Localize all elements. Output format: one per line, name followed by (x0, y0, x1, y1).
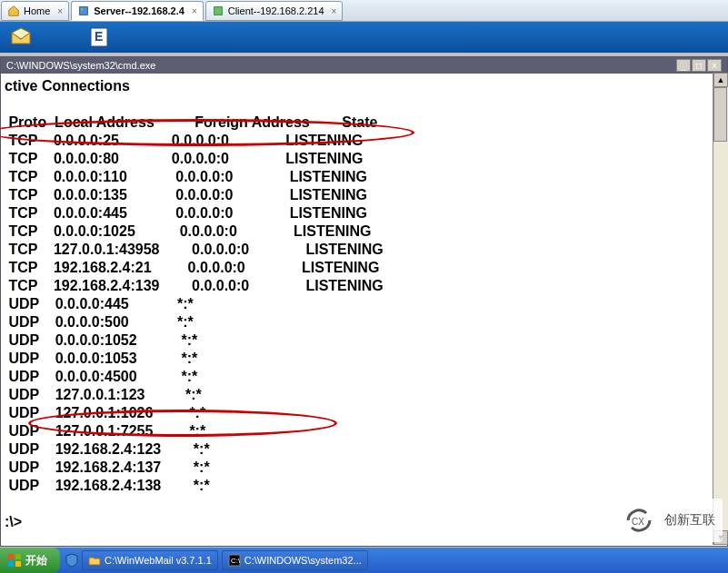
table-row: UDP 0.0.0.0:1052 *:* (5, 331, 727, 350)
svg-text:C:\: C:\ (231, 557, 241, 565)
close-icon[interactable]: × (332, 6, 337, 16)
tab-bar: Home × Server--192.168.2.4 × Client--192… (0, 0, 728, 22)
task-label: C:\WinWebMail v3.7.1.1 (105, 555, 212, 566)
window-title: C:\WINDOWS\system32\cmd.exe (6, 60, 155, 71)
editor-icon[interactable]: E (87, 25, 111, 49)
table-row: TCP 0.0.0.0:25 0.0.0.0:0 LISTENING (5, 132, 727, 150)
tab-home[interactable]: Home × (1, 1, 69, 21)
start-label: 开始 (25, 553, 47, 568)
table-row: UDP 0.0.0.0:500 *:* (5, 313, 727, 331)
svg-text:E: E (95, 29, 103, 44)
tab-server[interactable]: Server--192.168.2.4 × (71, 1, 204, 21)
table-row: UDP 127.0.0.1:1026 *:* (5, 404, 727, 422)
cmd-window: C:\WINDOWS\system32\cmd.exe _ □ × ctive … (0, 56, 728, 547)
task-label: C:\WINDOWS\system32... (244, 555, 362, 566)
table-row: TCP 192.168.2.4:21 0.0.0.0:0 LISTENING (5, 259, 727, 277)
console-header: ctive Connections (5, 77, 727, 95)
server-icon (77, 5, 90, 17)
table-row: UDP 192.168.2.4:137 *:* (5, 459, 727, 477)
task-item[interactable]: C:\WinWebMail v3.7.1.1 (82, 550, 218, 570)
table-row: UDP 0.0.0.0:445 *:* (5, 295, 727, 313)
svg-rect-2 (214, 7, 222, 15)
table-row: TCP 192.168.2.4:139 0.0.0.0:0 LISTENING (5, 277, 727, 295)
table-row: UDP 192.168.2.4:123 *:* (5, 440, 727, 459)
close-icon[interactable]: × (192, 6, 197, 16)
taskbar: 开始 C:\WinWebMail v3.7.1.1 C:\ C:\WINDOWS… (0, 548, 728, 573)
shield-icon[interactable] (64, 552, 80, 568)
windows-icon (7, 553, 22, 568)
maximize-button[interactable]: □ (692, 59, 706, 72)
table-row: TCP 0.0.0.0:135 0.0.0.0:0 LISTENING (5, 186, 727, 204)
close-button[interactable]: × (707, 59, 722, 72)
window-title-bar[interactable]: C:\WINDOWS\system32\cmd.exe _ □ × (1, 57, 727, 74)
table-row: UDP 0.0.0.0:1053 *:* (5, 350, 727, 368)
logo-text: 创新互联 (664, 512, 715, 529)
toolbar: E (0, 22, 728, 53)
scroll-thumb[interactable] (713, 87, 727, 142)
scroll-up-button[interactable]: ▲ (713, 73, 728, 87)
home-icon (7, 5, 20, 17)
cmd-icon: C:\ (228, 554, 241, 567)
client-icon (212, 5, 224, 17)
console-output[interactable]: ctive Connections Proto Local Address Fo… (1, 74, 727, 544)
start-button[interactable]: 开始 (0, 548, 60, 573)
tab-client[interactable]: Client--192.168.2.214 × (205, 1, 344, 21)
mail-icon[interactable] (9, 25, 33, 49)
folder-icon (88, 554, 101, 567)
tab-label: Server--192.168.2.4 (94, 5, 184, 16)
svg-rect-8 (8, 561, 14, 567)
scrollbar[interactable]: ▲ ▼ (713, 73, 728, 545)
svg-rect-9 (15, 561, 21, 567)
column-headers: Proto Local Address Foreign Address Stat… (5, 114, 727, 132)
table-row: TCP 0.0.0.0:80 0.0.0.0:0 LISTENING (5, 150, 727, 168)
svg-rect-6 (8, 554, 14, 559)
table-row: UDP 0.0.0.0:4500 *:* (5, 368, 727, 386)
minimize-button[interactable]: _ (676, 59, 691, 72)
task-item[interactable]: C:\ C:\WINDOWS\system32... (222, 550, 368, 570)
watermark-logo: CX 创新互联 (613, 499, 723, 542)
svg-rect-0 (80, 7, 88, 15)
logo-icon: CX (621, 502, 657, 538)
table-row: UDP 127.0.0.1:123 *:* (5, 386, 727, 404)
table-row: UDP 192.168.2.4:138 *:* (5, 477, 727, 495)
table-row: TCP 0.0.0.0:445 0.0.0.0:0 LISTENING (5, 204, 727, 222)
table-row: TCP 0.0.0.0:110 0.0.0.0:0 LISTENING (5, 168, 727, 186)
table-row: TCP 0.0.0.0:1025 0.0.0.0:0 LISTENING (5, 222, 727, 241)
svg-text:CX: CX (632, 517, 644, 527)
tab-label: Home (24, 5, 50, 16)
quick-launch (64, 552, 80, 568)
svg-point-1 (82, 8, 84, 10)
close-icon[interactable]: × (57, 6, 63, 16)
svg-rect-7 (15, 554, 21, 559)
table-row: TCP 127.0.0.1:43958 0.0.0.0:0 LISTENING (5, 241, 727, 259)
tab-label: Client--192.168.2.214 (228, 5, 324, 16)
table-row: UDP 127.0.0.1:7255 *:* (5, 422, 727, 440)
